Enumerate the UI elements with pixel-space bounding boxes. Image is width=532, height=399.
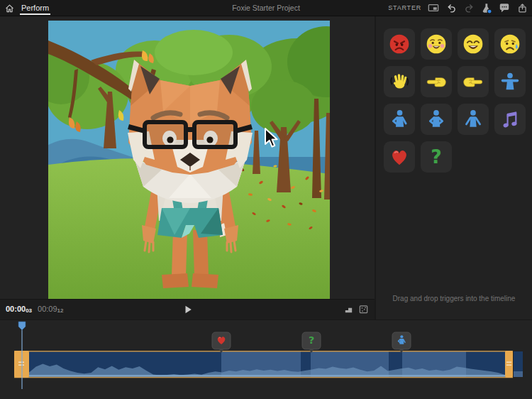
timeline-marker-heart[interactable] [212,332,231,353]
texture-button[interactable] [358,304,369,317]
point-left-hand-icon [425,70,448,93]
person-hand-on-hip-icon [388,108,411,131]
feedback-button[interactable] [499,2,510,13]
triggers-panel: ? Drag and drop triggers into the timeli… [375,16,532,319]
levels-icon [343,304,354,315]
trigger-person-hands-on-hips[interactable] [421,104,452,135]
trigger-person-hand-on-hip[interactable] [384,104,415,135]
levels-button[interactable] [343,304,354,317]
trigger-point-right-hand[interactable] [458,66,489,97]
trigger-grid: ? [384,28,528,173]
trigger-point-left-hand[interactable] [421,66,452,97]
trigger-person-arms-down[interactable] [458,104,489,135]
timecode: 00:000300:0912 [6,305,63,314]
texture-icon [358,304,369,315]
wave-hand-icon [388,70,411,93]
trigger-angry-face[interactable] [384,28,415,60]
embarrassed-face-icon [425,33,448,55]
trigger-wave-hand[interactable] [384,66,415,97]
home-button[interactable] [0,0,18,16]
question-mark-icon: ? [425,146,448,168]
top-bar: Perform Foxie Starter Project STARTER [0,0,532,16]
main-area: 00:000300:0912 [0,16,532,319]
transport-bar: 00:000300:0912 [0,299,375,319]
flask-icon [481,2,492,14]
redo-button[interactable] [463,2,475,13]
angry-face-icon [388,33,411,55]
music-notes-icon [499,108,521,131]
timeline-marker-question-mark[interactable]: ? [302,332,321,353]
labs-button[interactable] [481,2,492,13]
timeline-panel: ? [0,319,532,399]
titlebar-actions: STARTER [388,0,528,16]
fox-scene [48,21,330,299]
trigger-embarrassed-face[interactable] [421,28,452,60]
scene-stage[interactable] [48,21,330,299]
character-animator-window: Perform Foxie Starter Project STARTER [0,0,532,399]
current-time: 00:00 [6,305,26,313]
trigger-sad-face[interactable] [494,28,526,60]
home-icon [4,3,15,13]
person-arms-down-icon [462,108,484,131]
stage-panel: 00:000300:0912 [0,16,375,319]
undo-button[interactable] [445,2,457,13]
redo-icon [464,3,475,13]
timeline-marker-person-hand-on-hip[interactable] [392,332,411,353]
svg-text:?: ? [431,146,441,168]
share-button[interactable] [516,2,528,13]
tab-perform[interactable]: Perform [18,0,52,16]
trigger-laughing-face[interactable] [458,28,489,60]
trigger-music-notes[interactable] [494,104,526,135]
person-hands-on-hips-icon [425,108,448,131]
sad-face-icon [499,33,521,55]
picture-in-picture-icon [428,2,439,13]
stage-option-buttons [343,304,369,317]
clip-right-handle[interactable] [505,351,513,378]
laughing-face-icon [462,33,484,55]
trigger-question-mark[interactable]: ? [421,141,452,173]
heart-icon [388,146,411,168]
svg-text:?: ? [309,334,314,346]
duration-frames: 12 [57,307,64,314]
current-frames: 03 [26,307,32,314]
duration-time: 00:09 [38,305,57,313]
trigger-heart[interactable] [384,141,415,173]
notification-badge [487,9,492,13]
switch-mode-button[interactable] [428,2,439,13]
play-button[interactable] [182,304,194,315]
share-export-icon [517,3,528,13]
trigger-person-arms-out[interactable] [494,66,526,97]
triggers-hint: Drag and drop triggers into the timeline [376,295,532,302]
play-icon [183,305,193,315]
person-arms-out-icon [499,70,521,93]
plan-badge: STARTER [388,4,421,11]
point-right-hand-icon [462,70,484,93]
timeline-canvas: ? [0,320,532,399]
undo-icon [446,3,457,13]
chat-bubble-icon [499,2,510,13]
